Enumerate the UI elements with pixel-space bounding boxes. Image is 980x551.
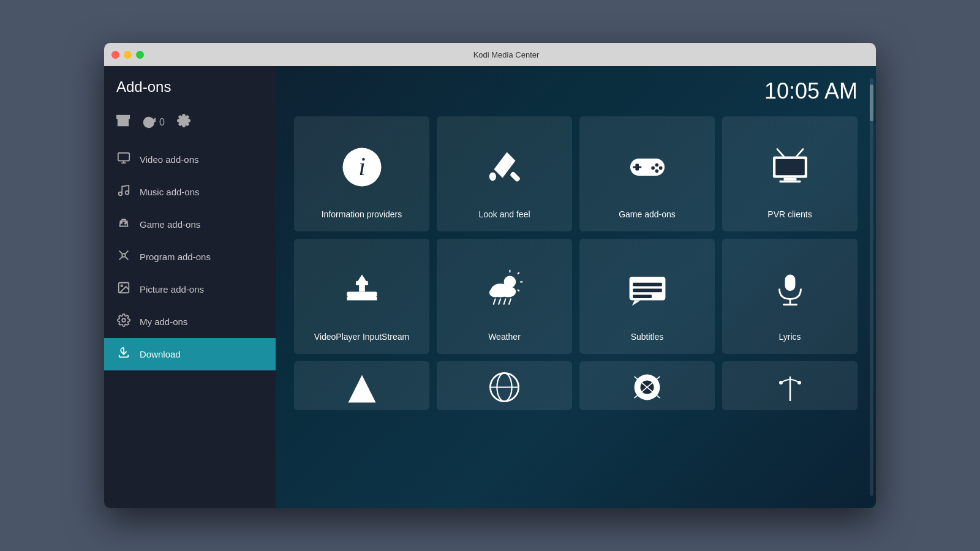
grid-item-weather[interactable]: Weather (437, 239, 572, 354)
update-count: 0 (159, 117, 165, 128)
svg-point-6 (119, 192, 123, 196)
grid-item-pvr[interactable]: PVR clients (722, 116, 858, 231)
grid-item-videoplayer[interactable]: VideoPlayer InputStream (294, 239, 429, 354)
svg-line-13 (119, 251, 123, 254)
svg-rect-38 (779, 181, 801, 183)
svg-point-30 (651, 167, 655, 170)
pvr-label: PVR clients (767, 209, 812, 219)
partial-item-1[interactable] (294, 361, 429, 410)
video-icon (116, 151, 131, 168)
sidebar-nav: Video add-ons Music add-ons (104, 143, 276, 508)
svg-line-36 (796, 149, 803, 157)
traffic-lights (111, 51, 144, 59)
picture-icon (116, 281, 131, 298)
svg-rect-58 (633, 288, 662, 292)
grid-item-info-providers[interactable]: i Information providers (294, 116, 429, 231)
sidebar-item-myadd[interactable]: My add-ons (104, 305, 276, 338)
music-icon (116, 184, 131, 200)
program-icon (116, 249, 131, 265)
svg-rect-39 (347, 291, 377, 296)
look-feel-icon (483, 135, 526, 200)
sidebar-label-program: Program add-ons (140, 252, 211, 262)
videoplayer-icon (341, 257, 383, 322)
partial-item-2[interactable] (437, 361, 572, 410)
svg-rect-28 (633, 167, 641, 168)
scrollbar-track[interactable] (870, 78, 873, 496)
sidebar-item-download[interactable]: Download (104, 338, 276, 370)
update-badge[interactable]: 0 (142, 116, 165, 129)
svg-rect-40 (347, 297, 377, 301)
sidebar-label-myadd: My add-ons (140, 317, 187, 327)
close-button[interactable] (111, 51, 119, 59)
sidebar-label-music: Music add-ons (140, 187, 200, 197)
sidebar-item-picture[interactable]: Picture add-ons (104, 273, 276, 305)
sidebar: Add-ons 0 (104, 66, 276, 508)
partial-item-4[interactable] (722, 361, 858, 410)
svg-line-16 (119, 257, 123, 260)
svg-point-31 (658, 167, 662, 170)
svg-line-53 (499, 299, 500, 304)
svg-point-12 (122, 253, 126, 257)
sidebar-label-video: Video add-ons (140, 154, 198, 165)
weather-icon (483, 257, 526, 322)
svg-text:i: i (358, 152, 366, 181)
svg-point-25 (489, 172, 496, 181)
svg-line-52 (493, 299, 495, 304)
gamepad-icon (116, 216, 131, 233)
game-addons-label: Game add-ons (619, 209, 676, 219)
addon-grid: i Information providers (294, 116, 858, 354)
window-title: Kodi Media Center (144, 50, 869, 59)
lyrics-label: Lyrics (778, 332, 801, 342)
grid-item-look-feel[interactable]: Look and feel (437, 116, 572, 231)
app-body: Add-ons 0 (104, 66, 876, 508)
svg-marker-64 (348, 375, 375, 402)
partial-icon-3 (630, 370, 664, 404)
svg-point-50 (500, 286, 516, 297)
partial-icon-2 (488, 370, 521, 404)
myadd-icon (116, 313, 131, 330)
time-display: 10:05 AM (764, 78, 858, 104)
minimize-button[interactable] (124, 51, 132, 59)
look-feel-label: Look and feel (478, 209, 530, 219)
partial-icon-1 (347, 373, 377, 404)
svg-point-74 (797, 381, 801, 384)
page-title: Add-ons (104, 78, 276, 108)
svg-line-35 (777, 149, 784, 157)
sidebar-item-music[interactable]: Music add-ons (104, 176, 276, 208)
grid-item-lyrics[interactable]: Lyrics (722, 239, 858, 354)
sidebar-item-game[interactable]: Game add-ons (104, 208, 276, 241)
sidebar-item-program[interactable]: Program add-ons (104, 241, 276, 273)
titlebar: Kodi Media Center (104, 43, 876, 66)
grid-item-subtitles[interactable]: Subtitles (579, 239, 715, 354)
svg-line-54 (503, 299, 505, 304)
info-providers-label: Information providers (322, 209, 402, 219)
svg-rect-43 (356, 281, 368, 285)
svg-rect-34 (775, 159, 805, 176)
svg-point-32 (655, 169, 658, 173)
svg-marker-60 (631, 300, 640, 305)
svg-rect-61 (785, 274, 795, 291)
svg-rect-37 (783, 178, 796, 180)
svg-rect-0 (117, 116, 129, 119)
lyrics-icon (769, 257, 812, 322)
scrollbar-thumb[interactable] (870, 84, 873, 121)
maximize-button[interactable] (136, 51, 144, 59)
svg-line-55 (509, 299, 511, 304)
svg-line-14 (126, 257, 129, 260)
svg-point-73 (779, 381, 783, 384)
partial-item-3[interactable] (579, 361, 715, 410)
subtitles-icon (626, 257, 669, 322)
sidebar-item-video[interactable]: Video add-ons (104, 143, 276, 176)
main-content: 10:05 AM i Information providers (276, 66, 876, 508)
partial-icon-4 (778, 373, 802, 404)
info-providers-icon: i (341, 135, 383, 200)
download-icon (116, 346, 131, 362)
grid-item-game-addons[interactable]: Game add-ons (579, 116, 715, 231)
sidebar-toolbar: 0 (104, 108, 276, 143)
svg-rect-24 (509, 171, 520, 182)
game-addons-icon (626, 135, 669, 200)
package-icon[interactable] (116, 114, 130, 131)
svg-rect-59 (633, 294, 652, 298)
settings-icon[interactable] (177, 114, 190, 131)
weather-label: Weather (488, 332, 521, 342)
